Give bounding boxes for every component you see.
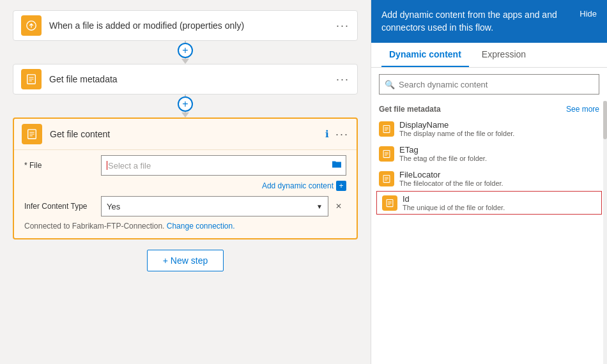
step-more-2[interactable]: ··· — [336, 73, 350, 86]
step-card-2[interactable]: Get file metadata ··· — [13, 64, 358, 95]
main-canvas: When a file is added or modified (proper… — [0, 0, 371, 364]
scroll-thumb[interactable] — [603, 101, 607, 139]
dynamic-item-etag[interactable]: ETag The etag of the file or folder. — [371, 141, 607, 166]
dynamic-item-text-displayname: DisplayName The display name of the file… — [399, 120, 514, 137]
step-title-2: Get file metadata — [49, 74, 336, 84]
connector-2: + — [178, 95, 193, 118]
step-icon-3 — [22, 124, 42, 144]
section-title: Get file metadata — [379, 105, 441, 114]
section-header: Get file metadata See more — [371, 101, 607, 116]
file-label: * File — [24, 161, 101, 170]
step-card-3-expanded: Get file content ℹ ··· * File Select a f… — [13, 118, 358, 239]
item-name-id: Id — [403, 194, 505, 204]
file-row: * File Select a file — [24, 155, 346, 176]
panel-tabs: Dynamic content Expression — [371, 43, 607, 68]
step-title-3: Get file content — [50, 129, 325, 139]
item-name-filelocator: FileLocator — [399, 170, 503, 179]
step-more-3[interactable]: ··· — [335, 128, 349, 141]
item-desc-filelocator: The filelocator of the file or folder. — [399, 179, 503, 187]
file-input[interactable]: Select a file — [101, 155, 346, 176]
item-desc-etag: The etag of the file or folder. — [399, 155, 487, 162]
dynamic-item-filelocator[interactable]: FileLocator The filelocator of the file … — [371, 166, 607, 191]
text-cursor — [107, 161, 107, 170]
hide-panel-button[interactable]: Hide — [580, 9, 597, 19]
panel-header-text: Add dynamic content from the apps and an… — [381, 9, 569, 34]
card-header-3: Get file content ℹ ··· — [14, 119, 357, 149]
tab-dynamic-content[interactable]: Dynamic content — [381, 43, 469, 67]
panel-header: Add dynamic content from the apps and an… — [371, 0, 607, 43]
right-panel: Add dynamic content from the apps and an… — [371, 0, 607, 364]
connector-1: + — [178, 41, 193, 64]
step-card-1[interactable]: When a file is added or modified (proper… — [13, 10, 358, 41]
search-icon: 🔍 — [385, 80, 395, 89]
card-body-3: * File Select a file Add dynamic content… — [14, 149, 357, 238]
item-desc-id: The unique id of the file or folder. — [403, 204, 505, 211]
add-step-button-2[interactable]: + — [178, 96, 193, 112]
step-icon-1 — [21, 15, 42, 36]
infer-content-type-clear[interactable]: ✕ — [331, 199, 346, 214]
infer-content-type-value: Yes — [107, 202, 120, 211]
dynamic-item-icon-displayname — [379, 121, 394, 137]
add-dynamic-label: Add dynamic content — [262, 181, 334, 190]
connector-arrow-1 — [181, 59, 189, 64]
item-desc-displayname: The display name of the file or folder. — [399, 130, 514, 137]
see-more-link[interactable]: See more — [566, 105, 599, 114]
tab-expression[interactable]: Expression — [474, 43, 534, 67]
dynamic-item-icon-filelocator — [379, 171, 394, 186]
new-step-button[interactable]: + New step — [147, 250, 224, 271]
required-asterisk: * — [24, 161, 29, 170]
step-more-1[interactable]: ··· — [336, 19, 350, 33]
dynamic-item-icon-id — [382, 195, 397, 211]
dynamic-item-text-id: Id The unique id of the file or folder. — [403, 194, 505, 211]
dynamic-item-text-etag: ETag The etag of the file or folder. — [399, 145, 487, 162]
dynamic-item-icon-etag — [379, 146, 394, 162]
search-input[interactable] — [399, 80, 594, 89]
dynamic-item-displayname[interactable]: DisplayName The display name of the file… — [371, 116, 607, 141]
connection-text: Connected to Fabrikam-FTP-Connection. — [24, 222, 164, 231]
scroll-track — [603, 101, 607, 364]
dynamic-add-icon: + — [336, 181, 346, 191]
panel-content: Get file metadata See more DisplayName T… — [371, 101, 607, 364]
connector-arrow-2 — [181, 112, 189, 118]
infer-content-type-select[interactable]: Yes ▼ — [101, 196, 328, 216]
file-placeholder: Select a file — [108, 161, 151, 171]
dynamic-item-id[interactable]: Id The unique id of the file or folder. — [376, 191, 602, 215]
infer-content-type-label: Infer Content Type — [24, 202, 101, 211]
search-box: 🔍 — [379, 74, 599, 95]
change-connection-link[interactable]: Change connection. — [167, 222, 235, 231]
info-icon[interactable]: ℹ — [325, 128, 329, 140]
infer-content-type-row: Infer Content Type Yes ▼ ✕ — [24, 196, 346, 216]
item-name-etag: ETag — [399, 145, 487, 155]
folder-icon — [332, 160, 342, 172]
item-name-displayname: DisplayName — [399, 120, 514, 130]
add-step-button-1[interactable]: + — [178, 43, 193, 58]
step-icon-2 — [21, 69, 42, 89]
add-dynamic-content-link[interactable]: Add dynamic content + — [24, 181, 346, 191]
step-title-1: When a file is added or modified (proper… — [49, 20, 336, 31]
chevron-down-icon: ▼ — [316, 203, 323, 210]
dynamic-item-text-filelocator: FileLocator The filelocator of the file … — [399, 170, 503, 187]
connection-info: Connected to Fabrikam-FTP-Connection. Ch… — [24, 222, 346, 231]
